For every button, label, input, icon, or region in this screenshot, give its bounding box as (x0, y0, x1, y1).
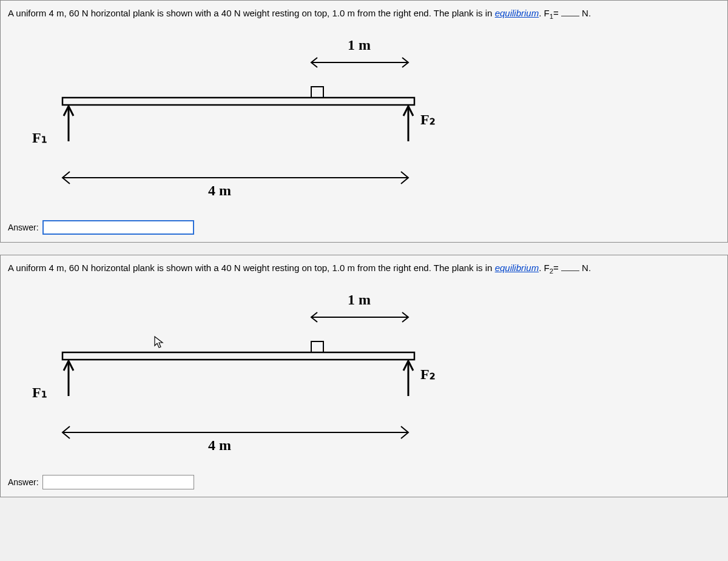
label-f1-q2: F₁ (32, 384, 47, 401)
svg-rect-1 (311, 87, 323, 98)
q2-suffix-before: . F (539, 263, 550, 273)
label-4m-q2: 4 m (208, 437, 231, 454)
diagram-1: 1 m F₁ F₂ 4 m (32, 26, 696, 208)
label-1m-q1: 1 m (348, 37, 371, 53)
question-text-2: A uniform 4 m, 60 N horizontal plank is … (8, 263, 720, 275)
label-f1-q1: F₁ (32, 129, 47, 146)
label-1m-q2: 1 m (348, 292, 371, 308)
q1-suffix-before: . F (539, 8, 550, 18)
answer-row-2: Answer: (8, 475, 720, 489)
diagram-svg-2 (32, 281, 457, 463)
label-f2-q2: F₂ (420, 366, 436, 383)
q2-prefix: A uniform 4 m, 60 N horizontal plank is … (8, 263, 495, 273)
cursor-icon (153, 335, 164, 352)
answer-label-2: Answer: (8, 477, 39, 487)
answer-row-1: Answer: (8, 220, 720, 235)
q2-suffix-after: = (553, 263, 561, 273)
answer-input-2[interactable] (42, 475, 194, 489)
equilibrium-link-2[interactable]: equilibrium (495, 263, 539, 273)
equilibrium-link-1[interactable]: equilibrium (495, 8, 539, 18)
question-block-1: A uniform 4 m, 60 N horizontal plank is … (0, 0, 728, 243)
q2-blank (561, 270, 579, 271)
q1-blank (561, 16, 579, 16)
q1-prefix: A uniform 4 m, 60 N horizontal plank is … (8, 8, 495, 18)
label-4m-q1: 4 m (208, 183, 231, 199)
diagram-svg-1 (32, 26, 457, 208)
answer-label-1: Answer: (8, 223, 39, 232)
question-text-1: A uniform 4 m, 60 N horizontal plank is … (8, 8, 720, 20)
svg-rect-10 (62, 352, 414, 360)
svg-rect-2 (62, 98, 414, 105)
answer-input-1[interactable] (42, 220, 194, 235)
diagram-2: 1 m F₁ F₂ 4 m (32, 281, 696, 463)
label-f2-q1: F₂ (420, 111, 436, 128)
q1-suffix-after: = (553, 8, 561, 18)
q2-unit: N. (579, 263, 591, 273)
q1-unit: N. (579, 8, 591, 18)
svg-rect-9 (311, 341, 323, 352)
question-block-2: A uniform 4 m, 60 N horizontal plank is … (0, 255, 728, 497)
